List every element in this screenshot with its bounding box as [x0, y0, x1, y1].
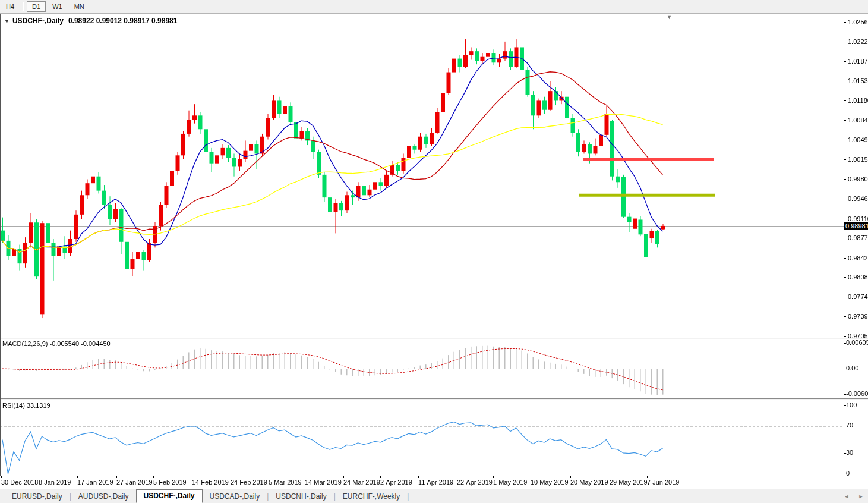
left-arrow-icon: ◄: [844, 493, 850, 499]
tab-separator: |: [407, 492, 409, 501]
timeframe-toolbar: H4 D1 W1 MN: [0, 0, 868, 14]
tab-usdchf-daily[interactable]: USDCHF-,Daily: [136, 489, 203, 503]
tab-usdcnh-daily[interactable]: USDCNH-,Daily: [269, 491, 333, 503]
toolbar-separator: [23, 2, 24, 11]
tab-eurchf-weekly[interactable]: EURCHF-,Weekly: [336, 491, 407, 503]
rsi-indicator-label: RSI(14) 33.1319: [2, 402, 50, 409]
tab-scroll-left-button[interactable]: ◄: [842, 492, 851, 501]
tab-eurusd-daily[interactable]: EURUSD-,Daily: [5, 491, 70, 503]
timeframe-button-d1[interactable]: D1: [27, 1, 46, 12]
chevron-down-icon[interactable]: ▼: [4, 18, 10, 24]
chart-canvas[interactable]: [0, 0, 868, 503]
right-arrow-icon: ►: [858, 493, 864, 499]
symbol-tab-bar: EURUSD-,Daily | AUDUSD-,Daily USDCHF-,Da…: [0, 489, 868, 503]
timeframe-button-h4[interactable]: H4: [1, 1, 20, 12]
tab-scroll-right-button[interactable]: ►: [856, 492, 866, 501]
timeframe-button-w1[interactable]: W1: [47, 1, 68, 12]
terminal-window: H4 D1 W1 MN ▼USDCHF-,Daily0.98922 0.9901…: [0, 0, 868, 503]
current-price-badge: 0.98981: [844, 222, 868, 230]
tab-usdcad-daily[interactable]: USDCAD-,Daily: [203, 491, 267, 503]
tab-audusd-daily[interactable]: AUDUSD-,Daily: [71, 491, 136, 503]
timeframe-button-mn[interactable]: MN: [69, 1, 90, 12]
symbol-name: USDCHF-,Daily: [12, 17, 64, 25]
macd-indicator-label: MACD(12,26,9) -0.005540 -0.004450: [2, 340, 111, 347]
ohlc-values: 0.98922 0.99012 0.98917 0.98981: [68, 17, 178, 25]
chart-shift-icon[interactable]: ▼: [667, 14, 672, 20]
chart-title: ▼USDCHF-,Daily0.98922 0.99012 0.98917 0.…: [4, 17, 177, 25]
